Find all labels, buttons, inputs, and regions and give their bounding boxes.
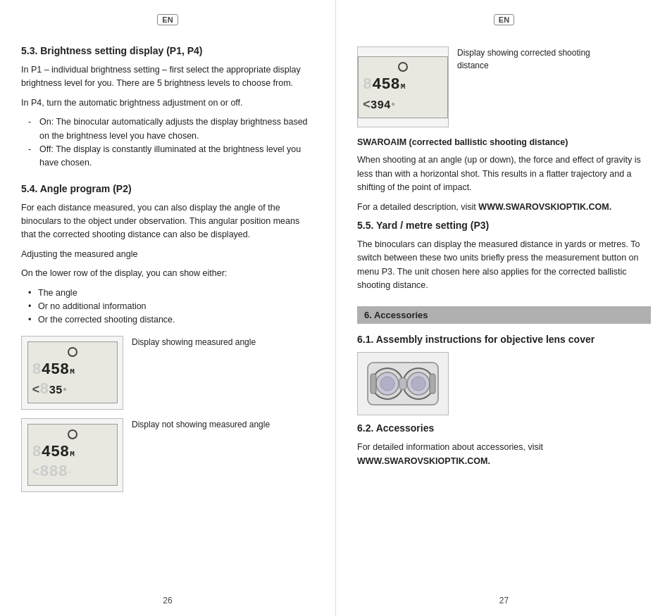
en-badge-right: EN: [494, 14, 514, 25]
display-figure-corrected: 8 458 M < 394 ° Display showing correcte…: [357, 46, 651, 127]
lcd-bottom-main-1: 35: [49, 384, 63, 397]
page-number-left: 26: [163, 596, 172, 605]
lcd-row1-corrected: 8 458 M: [363, 77, 443, 93]
lcd-bottom-ghost-2a: 8: [39, 465, 49, 480]
lcd-super-2: M: [70, 450, 75, 458]
list-item: Or the corrected shooting distance.: [28, 313, 314, 327]
swaroaim-title: SWAROAIM (corrected ballistic shooting d…: [357, 136, 651, 149]
lcd-prefix-ghost-1: 8: [32, 363, 42, 378]
lcd-arrow-2: <: [32, 465, 40, 479]
lcd-super-corrected: M: [401, 82, 406, 91]
section-5-4-para1: For each distance measured, you can also…: [21, 201, 314, 242]
swaroaim-para2: For a detailed description, visit WWW.SW…: [357, 201, 651, 214]
list-item: Off: The display is constantly illuminat…: [28, 143, 314, 170]
lcd-screen-2: 8 458 M < 8 8 8 °: [27, 424, 118, 486]
lcd-screen-corrected: 8 458 M < 394 °: [358, 56, 448, 118]
right-page: EN 8 458 M < 394 °: [336, 0, 672, 616]
lcd-bottom-prefix-ghost-1: 8: [39, 382, 49, 398]
lcd-display-corrected: 8 458 M < 394 °: [357, 46, 449, 127]
swaroaim-para1: When shooting at an angle (up or down), …: [357, 153, 651, 194]
left-page: EN 5.3. Brightness setting display (P1, …: [0, 0, 336, 616]
lcd-row2-1: < 8 35 °: [32, 382, 113, 398]
list-item: On: The binocular automatically adjusts …: [28, 115, 314, 143]
display-caption-corrected-line1: Display showing corrected shooting: [457, 48, 590, 58]
lcd-display-2: 8 458 M < 8 8 8 °: [21, 418, 123, 492]
lcd-row2-2: < 8 8 8 °: [32, 465, 113, 480]
lcd-screen-1: 8 458 M < 8 35 °: [27, 341, 118, 403]
lcd-super-1: M: [70, 367, 75, 376]
list-item: The angle: [28, 287, 314, 300]
lens-cover-svg: [361, 356, 445, 412]
lcd-degree-2: °: [68, 470, 73, 478]
section-5-4-para3: On the lower row of the display, you can…: [21, 267, 314, 280]
section-5-4-bullet-list: The angle Or no additional information O…: [21, 287, 314, 327]
lcd-prefix-ghost-2: 8: [32, 445, 42, 460]
lcd-main-2: 458: [42, 445, 70, 460]
section-5-5-title: 5.5. Yard / metre setting (P3): [357, 220, 651, 231]
section-6-bar: 6. Accessories: [357, 306, 651, 324]
svg-rect-8: [371, 374, 376, 394]
section-6-2-title: 6.2. Accessories: [357, 422, 651, 434]
en-badge-left-container: EN: [21, 14, 314, 38]
section-6-2-para1: For detailed information about accessori…: [357, 441, 651, 468]
display-caption-2: Display not showing measured angle: [132, 418, 314, 431]
en-badge-right-container: EN: [357, 14, 651, 38]
lcd-degree-corrected: °: [391, 102, 396, 111]
lens-cover-illustration: [357, 352, 449, 415]
section-5-4-title: 5.4. Angle program (P2): [21, 183, 314, 194]
display-caption-1: Display showing measured angle: [132, 336, 314, 348]
lcd-row1-1: 8 458 M: [32, 363, 113, 378]
page-spread: EN 5.3. Brightness setting display (P1, …: [0, 0, 672, 616]
section-6-1-title: 6.1. Assembly instructions for objective…: [357, 334, 651, 345]
svg-rect-7: [399, 378, 406, 389]
lcd-arrow-corrected: <: [363, 98, 371, 112]
lcd-bottom-ghost-2c: 8: [58, 465, 68, 480]
swaroaim-link: WWW.SWAROVSKIOPTIK.COM.: [478, 202, 611, 212]
lcd-row1-2: 8 458 M: [32, 445, 113, 460]
section-6-2-para1-text: For detailed information about accessori…: [357, 442, 543, 452]
section-5-5-para1: The binoculars can display the measured …: [357, 238, 651, 293]
lcd-bottom-main-corrected: 394: [371, 99, 391, 112]
svg-point-6: [411, 377, 425, 391]
page-number-right: 27: [499, 596, 509, 605]
lcd-prefix-ghost-corrected: 8: [363, 77, 372, 93]
lcd-degree-1: °: [63, 387, 68, 396]
lcd-circle-corrected: [398, 62, 408, 72]
display-figure-1: 8 458 M < 8 35 ° Display showing measure…: [21, 336, 314, 410]
swaroaim-para2-text: For a detailed description, visit: [357, 202, 476, 212]
lcd-row2-corrected: < 394 °: [363, 98, 443, 112]
lcd-circle-1: [68, 347, 77, 357]
display-figure-2: 8 458 M < 8 8 8 ° Display not showing me…: [21, 418, 314, 492]
section-5-3-dash-list: On: The binocular automatically adjusts …: [21, 115, 314, 170]
section-5-3-para2: In P4, turn the automatic brightness adj…: [21, 96, 314, 110]
section-6-2-link: WWW.SWAROVSKIOPTIK.COM.: [357, 456, 490, 466]
lcd-display-1: 8 458 M < 8 35 °: [21, 336, 123, 410]
list-item: Or no additional information: [28, 300, 314, 313]
display-caption-corrected: Display showing corrected shooting dista…: [457, 46, 651, 72]
display-caption-corrected-line2: distance: [457, 61, 489, 70]
lcd-circle-2: [68, 429, 77, 439]
en-badge-left: EN: [157, 14, 178, 25]
lcd-main-corrected: 458: [372, 77, 400, 93]
lcd-main-1: 458: [42, 363, 70, 378]
section-5-3-para1: In P1 – individual brightness setting – …: [21, 63, 314, 91]
svg-point-3: [380, 377, 394, 391]
section-6-bar-title: 6. Accessories: [364, 310, 428, 320]
lcd-arrow-1: <: [32, 383, 40, 397]
svg-rect-9: [430, 374, 435, 394]
section-5-4-para2: Adjusting the measured angle: [21, 248, 314, 261]
section-5-3-title: 5.3. Brightness setting display (P1, P4): [21, 45, 314, 56]
lcd-bottom-ghost-2b: 8: [49, 465, 58, 480]
